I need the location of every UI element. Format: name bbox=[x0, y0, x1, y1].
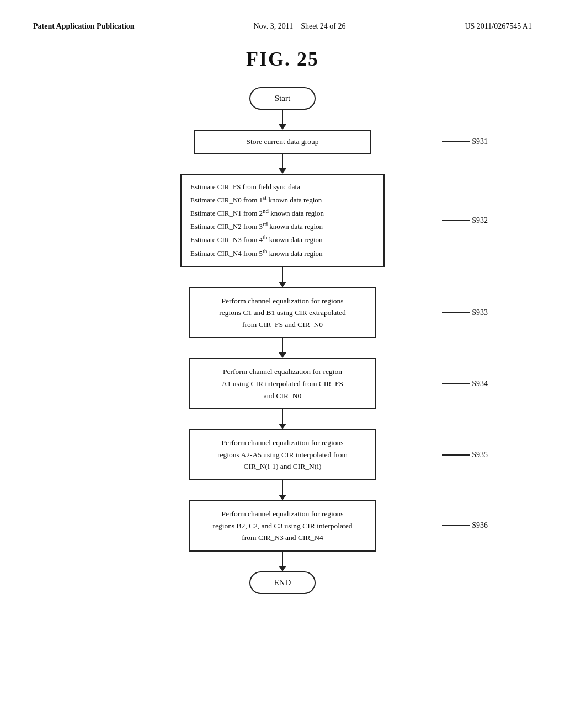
start-node-row: Start bbox=[44, 87, 521, 110]
s934-label: S934 bbox=[472, 379, 488, 388]
arrow-1 bbox=[279, 110, 286, 130]
s931-label: S931 bbox=[472, 137, 488, 146]
s932-label: S932 bbox=[472, 216, 488, 225]
s932-tag: S932 bbox=[442, 216, 488, 225]
s933-row: Perform channel equalization for regions… bbox=[44, 287, 521, 339]
s935-label: S935 bbox=[472, 451, 488, 459]
arrow-7 bbox=[279, 552, 286, 571]
page-header: Patent Application Publication Nov. 3, 2… bbox=[33, 22, 532, 31]
arrow-5 bbox=[279, 409, 286, 429]
s935-node: Perform channel equalization for regions… bbox=[189, 429, 376, 480]
s934-row: Perform channel equalization for region … bbox=[44, 358, 521, 409]
s934-tag: S934 bbox=[442, 379, 488, 388]
s936-node: Perform channel equalization for regions… bbox=[189, 500, 376, 552]
flowchart: Start Store current data group S931 Esti… bbox=[33, 87, 532, 594]
s931-node: Store current data group bbox=[194, 130, 371, 154]
arrow-4 bbox=[279, 338, 286, 358]
s933-tag: S933 bbox=[442, 308, 488, 317]
start-node: Start bbox=[249, 87, 316, 110]
s935-row: Perform channel equalization for regions… bbox=[44, 429, 521, 480]
end-node-row: END bbox=[44, 571, 521, 594]
s932-line1: Estimate CIR_FS from field sync data Est… bbox=[190, 181, 375, 259]
s932-row: Estimate CIR_FS from field sync data Est… bbox=[44, 174, 521, 267]
s936-tag: S936 bbox=[442, 521, 488, 530]
arrow-6 bbox=[279, 480, 286, 500]
header-left: Patent Application Publication bbox=[33, 22, 135, 31]
figure-title: FIG. 25 bbox=[33, 47, 532, 71]
s935-tag: S935 bbox=[442, 451, 488, 459]
arrow-2 bbox=[279, 154, 286, 174]
s933-node: Perform channel equalization for regions… bbox=[189, 287, 376, 339]
page: Patent Application Publication Nov. 3, 2… bbox=[0, 0, 565, 728]
header-date: Nov. 3, 2011 Sheet 24 of 26 bbox=[254, 22, 346, 31]
s936-row: Perform channel equalization for regions… bbox=[44, 500, 521, 552]
header-right: US 2011/0267545 A1 bbox=[465, 22, 532, 31]
s933-label: S933 bbox=[472, 308, 488, 317]
s931-row: Store current data group S931 bbox=[44, 130, 521, 154]
s931-tag: S931 bbox=[442, 137, 488, 146]
s932-node: Estimate CIR_FS from field sync data Est… bbox=[180, 174, 385, 267]
s934-node: Perform channel equalization for region … bbox=[189, 358, 376, 409]
arrow-3 bbox=[279, 267, 286, 287]
end-node: END bbox=[249, 571, 316, 594]
s936-label: S936 bbox=[472, 521, 488, 530]
